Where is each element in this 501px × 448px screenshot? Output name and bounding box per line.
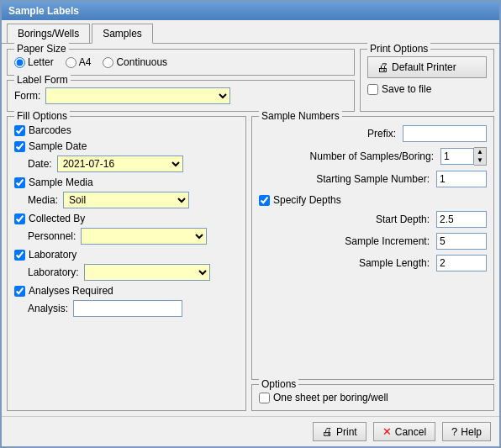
personnel-select[interactable] <box>81 228 207 245</box>
save-to-file-row: Save to file <box>367 83 487 95</box>
options-title: Options <box>259 378 298 390</box>
collected-by-label: Collected By <box>29 213 85 224</box>
sample-numbers-group: Sample Numbers Prefix: Number of Samples… <box>251 116 494 380</box>
starting-sample-row: Starting Sample Number: <box>259 171 487 187</box>
sample-date-row: Sample Date <box>14 140 239 152</box>
radio-letter[interactable]: Letter <box>14 56 54 68</box>
title-bar: Sample Labels <box>2 2 499 20</box>
num-samples-row: Number of Samples/Boring: ▲ ▼ <box>259 147 487 166</box>
start-depth-label: Start Depth: <box>376 213 430 225</box>
analyses-checkbox[interactable] <box>14 286 25 297</box>
paper-size-title: Paper Size <box>14 43 69 55</box>
label-form-title: Label Form <box>14 74 71 86</box>
cancel-icon: ✕ <box>382 425 392 438</box>
media-label: Media: <box>28 194 58 206</box>
prefix-input[interactable] <box>403 125 487 142</box>
personnel-field-row: Personnel: <box>28 228 239 245</box>
tab-samples[interactable]: Samples <box>92 24 153 44</box>
num-samples-up[interactable]: ▲ <box>474 148 486 156</box>
specify-depths-row: Specify Depths <box>259 194 487 206</box>
prefix-row: Prefix: <box>259 125 487 142</box>
main-content: Paper Size Letter A4 Continuous <box>2 44 499 416</box>
save-to-file-label: Save to file <box>382 83 431 95</box>
analyses-label: Analyses Required <box>29 285 113 297</box>
fill-options-title: Fill Options <box>14 110 70 122</box>
tab-bar: Borings/Wells Samples <box>2 20 499 44</box>
date-select[interactable]: 2021-07-16 <box>57 155 183 172</box>
analysis-label: Analysis: <box>28 303 68 314</box>
laboratory-checkbox[interactable] <box>14 250 25 261</box>
right-panel: Sample Numbers Prefix: Number of Samples… <box>251 116 494 411</box>
sample-length-row: Sample Length: <box>259 255 487 271</box>
radio-a4[interactable]: A4 <box>66 56 92 68</box>
lab-select[interactable] <box>84 264 210 281</box>
one-sheet-label: One sheet per boring/well <box>273 392 388 403</box>
top-row: Paper Size Letter A4 Continuous <box>7 49 494 112</box>
media-field-row: Media: Soil Water Air <box>28 192 239 208</box>
starting-sample-input[interactable] <box>436 171 487 187</box>
barcodes-checkbox[interactable] <box>14 125 25 136</box>
laboratory-label: Laboratory <box>29 249 76 261</box>
num-samples-down[interactable]: ▼ <box>474 156 486 165</box>
specify-depths-label: Specify Depths <box>273 194 341 206</box>
window-title: Sample Labels <box>8 5 79 17</box>
collected-by-checkbox[interactable] <box>14 213 25 224</box>
sample-media-row: Sample Media <box>14 177 239 188</box>
print-button[interactable]: 🖨 Print <box>313 422 367 441</box>
sample-length-label: Sample Length: <box>359 257 430 269</box>
personnel-label: Personnel: <box>28 230 76 242</box>
default-printer-button[interactable]: 🖨 Default Printer <box>367 56 487 78</box>
prefix-label: Prefix: <box>367 128 396 140</box>
print-options-group: Print Options 🖨 Default Printer Save to … <box>360 49 494 112</box>
lab-field-row: Laboratory: <box>28 264 239 281</box>
lab-label: Laboratory: <box>28 266 79 278</box>
specify-depths-checkbox[interactable] <box>259 195 270 206</box>
num-samples-label: Number of Samples/Boring: <box>310 150 434 162</box>
sample-date-checkbox[interactable] <box>14 141 25 152</box>
sample-increment-label: Sample Increment: <box>345 235 430 247</box>
date-label: Date: <box>28 158 52 170</box>
sample-media-checkbox[interactable] <box>14 177 25 188</box>
help-button[interactable]: ? Help <box>442 422 491 441</box>
print-options-title: Print Options <box>367 43 430 55</box>
label-form-group: Label Form Form: <box>7 80 355 112</box>
save-to-file-checkbox[interactable] <box>367 84 378 95</box>
options-group: Options One sheet per boring/well <box>251 384 494 411</box>
analysis-field-row: Analysis: <box>28 300 239 317</box>
media-select[interactable]: Soil Water Air <box>63 192 189 208</box>
form-select[interactable] <box>45 87 230 104</box>
main-window: Sample Labels Borings/Wells Samples Pape… <box>0 0 501 448</box>
form-label: Form: <box>14 90 40 102</box>
printer-icon: 🖨 <box>377 61 388 74</box>
sample-media-label: Sample Media <box>29 177 93 188</box>
label-form-row: Form: <box>14 87 347 104</box>
sample-increment-row: Sample Increment: <box>259 233 487 250</box>
analysis-input[interactable] <box>73 300 182 317</box>
barcodes-row: Barcodes <box>14 124 239 136</box>
sample-length-input[interactable] <box>436 255 487 271</box>
num-samples-spinner-buttons: ▲ ▼ <box>474 147 487 166</box>
bottom-row: Fill Options Barcodes Sample Date Date: … <box>7 116 494 411</box>
radio-continuous[interactable]: Continuous <box>103 56 167 68</box>
date-field-row: Date: 2021-07-16 <box>28 155 239 172</box>
laboratory-row: Laboratory <box>14 249 239 261</box>
start-depth-input[interactable] <box>436 211 487 228</box>
sample-numbers-title: Sample Numbers <box>259 110 342 122</box>
paper-size-group: Paper Size Letter A4 Continuous <box>7 49 355 76</box>
paper-size-radio-row: Letter A4 Continuous <box>14 56 347 68</box>
fill-options-group: Fill Options Barcodes Sample Date Date: … <box>7 116 246 411</box>
one-sheet-row: One sheet per boring/well <box>259 392 487 403</box>
start-depth-row: Start Depth: <box>259 211 487 228</box>
num-samples-input[interactable] <box>440 148 474 165</box>
starting-sample-label: Starting Sample Number: <box>316 173 430 185</box>
num-samples-spinner: ▲ ▼ <box>440 147 487 166</box>
collected-by-row: Collected By <box>14 213 239 224</box>
analyses-row: Analyses Required <box>14 285 239 297</box>
sample-increment-input[interactable] <box>436 233 487 250</box>
bottom-buttons: 🖨 Print ✕ Cancel ? Help <box>2 416 499 446</box>
help-icon: ? <box>451 425 457 438</box>
tab-borings-wells[interactable]: Borings/Wells <box>7 24 90 43</box>
sample-date-label: Sample Date <box>29 140 87 152</box>
cancel-button[interactable]: ✕ Cancel <box>373 422 435 441</box>
one-sheet-checkbox[interactable] <box>259 393 270 403</box>
